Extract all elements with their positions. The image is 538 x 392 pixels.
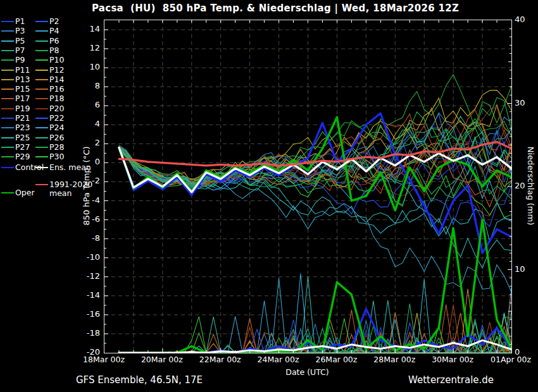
legend-item-p25-swatch bbox=[1, 137, 14, 138]
right-tick-label: 40 bbox=[515, 15, 536, 24]
legend-item-p5-label: P5 bbox=[15, 37, 25, 46]
legend-item-p30-label: P30 bbox=[49, 152, 64, 161]
legend-item-p19-label: P19 bbox=[15, 104, 30, 113]
legend-item-oper-swatch bbox=[1, 192, 14, 193]
legend-item-p12-label: P12 bbox=[49, 66, 64, 75]
legend-item-p22: P22 bbox=[35, 114, 64, 123]
legend-item-p16-label: P16 bbox=[49, 85, 64, 94]
legend-item-p24: P24 bbox=[35, 123, 64, 132]
watermark-text: Wetterzentrale.de bbox=[408, 374, 494, 386]
legend-item-p17: P17 bbox=[1, 94, 30, 103]
chart-canvas bbox=[104, 20, 511, 353]
legend-item-p28-swatch bbox=[35, 147, 48, 148]
legend-item-p29-label: P29 bbox=[15, 152, 30, 161]
x-tick-label: 22Mar 00z bbox=[191, 355, 249, 364]
legend-item-p13-swatch bbox=[1, 79, 14, 80]
legend-item-p7-label: P7 bbox=[15, 46, 25, 55]
legend-item-p18-swatch bbox=[35, 98, 48, 99]
legend-item-p23-label: P23 bbox=[15, 123, 30, 132]
member-precip-lines bbox=[119, 274, 511, 353]
legend-item-p27-label: P27 bbox=[15, 143, 30, 152]
legend-item-p12: P12 bbox=[35, 66, 64, 75]
left-tick-label: -2 bbox=[71, 176, 100, 185]
left-tick-label: 10 bbox=[71, 62, 100, 71]
legend-item-p12-swatch bbox=[35, 70, 48, 71]
left-tick-label: -18 bbox=[71, 328, 100, 338]
legend-item-p22-label: P22 bbox=[49, 114, 64, 123]
left-tick-label: 14 bbox=[71, 24, 100, 34]
legend-item-p25-label: P25 bbox=[15, 133, 30, 142]
legend-item-p15: P15 bbox=[1, 85, 30, 94]
legend-item-p27: P27 bbox=[1, 143, 30, 152]
legend-item-p3-swatch bbox=[1, 30, 14, 32]
x-tick-label: 18Mar 00z bbox=[75, 355, 133, 364]
legend-item-p4-label: P4 bbox=[49, 27, 59, 35]
legend-item-control-swatch bbox=[1, 167, 14, 168]
legend-item-p6: P6 bbox=[35, 37, 59, 46]
legend-item-p25: P25 bbox=[1, 133, 30, 142]
legend-item-oper: Oper bbox=[1, 188, 35, 197]
legend-item-oper-label: Oper bbox=[15, 188, 35, 197]
legend-item-p24-label: P24 bbox=[49, 123, 64, 132]
legend-item-p9-swatch bbox=[1, 59, 14, 61]
legend-item-p9: P9 bbox=[1, 56, 25, 64]
legend-item-p13-label: P13 bbox=[15, 75, 30, 84]
right-tick-label: 30 bbox=[515, 98, 536, 107]
clim-mean-temp-line bbox=[119, 142, 511, 166]
left-tick-label: -4 bbox=[71, 195, 100, 205]
legend-item-p4-swatch bbox=[35, 30, 48, 32]
legend-item-p11: P11 bbox=[1, 66, 30, 75]
left-tick-label: -14 bbox=[71, 290, 100, 300]
legend-item-p1-label: P1 bbox=[15, 17, 25, 26]
legend-item-p10: P10 bbox=[35, 56, 64, 64]
legend-item-p19-swatch bbox=[1, 108, 14, 109]
left-tick-label: 8 bbox=[71, 81, 100, 90]
legend-item-p7: P7 bbox=[1, 46, 25, 55]
legend-item-p16: P16 bbox=[35, 85, 64, 94]
left-tick-label: 4 bbox=[71, 119, 100, 128]
legend-item-p24-swatch bbox=[35, 127, 48, 128]
left-tick-label: -16 bbox=[71, 309, 100, 319]
x-tick-label: 24Mar 00z bbox=[249, 355, 308, 364]
left-tick-label: 2 bbox=[71, 138, 100, 147]
legend-item-p23-swatch bbox=[1, 127, 14, 128]
legend-item-p15-label: P15 bbox=[15, 85, 30, 94]
legend-item-p10-label: P10 bbox=[49, 56, 64, 64]
left-tick-label: -12 bbox=[71, 271, 100, 281]
legend-item-p20-swatch bbox=[35, 108, 48, 109]
legend-item-p21: P21 bbox=[1, 114, 30, 123]
legend-item-p10-swatch bbox=[35, 59, 48, 61]
legend-item-p26-label: P26 bbox=[49, 133, 64, 142]
legend-item-p17-label: P17 bbox=[15, 94, 30, 103]
legend-item-p26-swatch bbox=[35, 137, 48, 138]
legend-item-p20: P20 bbox=[35, 104, 64, 113]
legend-item-p21-label: P21 bbox=[15, 114, 30, 123]
legend-item-p5: P5 bbox=[1, 37, 25, 46]
legend-item-p22-swatch bbox=[35, 118, 48, 119]
legend-item-p5-swatch bbox=[1, 40, 14, 42]
legend-item-p19: P19 bbox=[1, 104, 30, 113]
legend-item-p29: P29 bbox=[1, 152, 30, 161]
legend-item-p2-label: P2 bbox=[49, 17, 59, 26]
x-tick-label: 28Mar 00z bbox=[365, 355, 423, 364]
legend-item-p18-label: P18 bbox=[49, 94, 64, 103]
legend-item-p7-swatch bbox=[1, 50, 14, 51]
oper-precip-line bbox=[119, 220, 511, 353]
legend-item-p11-swatch bbox=[1, 70, 14, 71]
legend-item-p21-swatch bbox=[1, 118, 14, 119]
legend-item-p3: P3 bbox=[1, 27, 25, 35]
legend-item-p1: P1 bbox=[1, 17, 25, 26]
legend-item-p28-label: P28 bbox=[49, 143, 64, 152]
legend-item-p18: P18 bbox=[35, 94, 64, 103]
chart-plot-area bbox=[104, 20, 512, 353]
member-precip-p24 bbox=[119, 274, 511, 353]
legend-item-p14-label: P14 bbox=[49, 75, 64, 84]
legend-item-p3-label: P3 bbox=[15, 27, 25, 35]
left-tick-label: -8 bbox=[71, 233, 100, 243]
legend-item-p1-swatch bbox=[1, 21, 14, 22]
legend-item-p16-swatch bbox=[35, 89, 48, 90]
x-tick-label: 30Mar 00z bbox=[423, 355, 482, 364]
legend-item-p30: P30 bbox=[35, 152, 64, 161]
x-tick-label: 01Apr 00z bbox=[482, 355, 538, 364]
legend-item-p6-swatch bbox=[35, 40, 48, 42]
